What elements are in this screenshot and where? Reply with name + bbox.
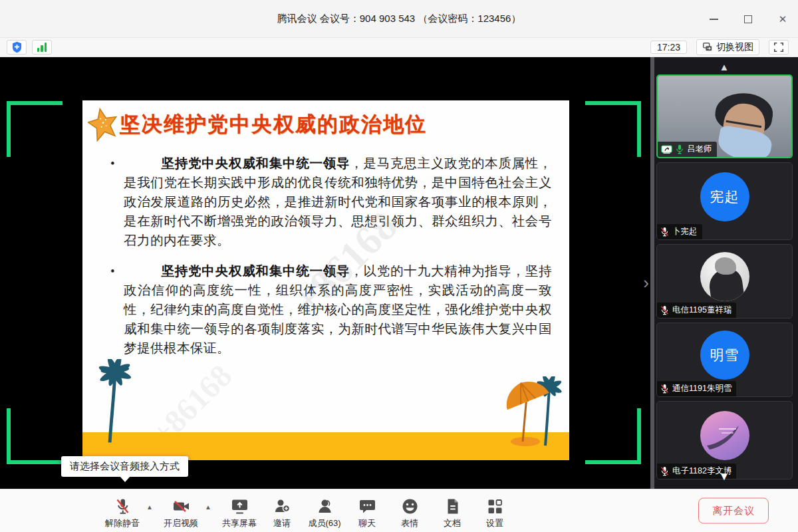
fullscreen-icon (773, 42, 784, 53)
share-border-corner-bottom-right (585, 408, 641, 464)
settings-button[interactable]: 设置 (473, 493, 516, 529)
starfish-icon (88, 107, 118, 142)
unmute-label: 解除静音 (105, 517, 140, 529)
unmute-button[interactable]: 解除静音 (101, 493, 144, 529)
switch-view-button[interactable]: 切换视图 (696, 39, 759, 55)
chat-icon (358, 497, 376, 515)
share-border-corner-top-left (7, 101, 63, 157)
network-signal-icon (37, 43, 47, 52)
documents-label: 文档 (444, 517, 461, 529)
avatar: 明雪 (700, 331, 749, 380)
participant-name: 电信1195董祥瑞 (672, 305, 732, 316)
avatar: 宪起 (700, 172, 749, 221)
window-title: 腾讯会议 会议号：904 903 543 （会议密码：123456） (277, 13, 521, 25)
fullscreen-button[interactable] (769, 40, 789, 55)
share-screen-label: 共享屏幕 (222, 517, 257, 529)
members-label: 成员(63) (308, 517, 340, 529)
participant-name: 通信1191朱明雪 (672, 383, 732, 394)
invite-label: 邀请 (273, 517, 291, 529)
participants-sidebar: ▲ (650, 57, 798, 489)
sidebar-divider (650, 57, 654, 489)
participant-tile[interactable]: 电信1195董祥瑞 (656, 244, 793, 319)
participant-tile[interactable]: 电子1182李文博 (656, 401, 793, 479)
chat-button[interactable]: 聊天 (346, 493, 388, 529)
invite-button[interactable]: 邀请 (261, 493, 303, 529)
titlebar: 腾讯会议 会议号：904 903 543 （会议密码：123456） ✕ (0, 0, 798, 38)
slide-body: 坚持党中央权威和集中统一领导，是马克思主义政党的本质属性，是我们党在长期实践中形… (82, 154, 569, 369)
leave-meeting-button[interactable]: 离开会议 (698, 498, 769, 524)
emoji-label: 表情 (401, 517, 418, 529)
start-video-button[interactable]: 开启视频 (160, 493, 202, 529)
documents-button[interactable]: 文档 (431, 493, 473, 529)
mic-muted-icon (660, 305, 669, 315)
slide-bullet-1: 坚持党中央权威和集中统一领导，是马克思主义政党的本质属性，是我们党在长期实践中形… (124, 154, 552, 250)
chat-label: 聊天 (358, 517, 376, 529)
palm-tree-icon (86, 359, 138, 444)
switch-view-icon (702, 42, 713, 53)
meeting-topbar: 17:23 切换视图 (0, 38, 798, 57)
minimize-button[interactable] (705, 11, 722, 28)
presentation-slide: 坚决维护党中央权威的政治地位 坚持党中央权威和集中统一领导，是马克思主义政党的本… (82, 100, 569, 460)
members-button[interactable]: 成员(63) (303, 493, 346, 529)
share-border-corner-top-right (585, 101, 641, 157)
scroll-up-arrow[interactable]: ▲ (650, 61, 798, 72)
mic-muted-icon (114, 497, 132, 515)
slide-title: 坚决维护党中央权威的政治地位 (120, 110, 427, 138)
camera-off-icon (172, 497, 190, 515)
members-icon (316, 497, 334, 515)
maximize-button[interactable] (739, 11, 757, 28)
beach-umbrella-icon (493, 376, 567, 450)
meeting-health-button[interactable] (7, 40, 27, 55)
participant-tile[interactable]: 明雪 通信1191朱明雪 (656, 323, 793, 397)
emoji-icon (401, 497, 419, 515)
avatar (700, 411, 749, 460)
mic-muted-icon (660, 384, 669, 394)
switch-view-label: 切换视图 (716, 41, 753, 53)
video-options-caret[interactable]: ▲ (202, 493, 214, 511)
settings-label: 设置 (486, 517, 503, 529)
participant-name: 卜宪起 (672, 226, 698, 237)
collapse-sidebar-chevron[interactable]: › (643, 274, 649, 291)
start-video-label: 开启视频 (164, 517, 198, 529)
share-screen-button[interactable]: 共享屏幕 (218, 493, 261, 529)
participant-tile[interactable]: 宪起 卜宪起 (656, 162, 793, 240)
mic-muted-icon (660, 227, 669, 237)
scroll-down-arrow[interactable]: ▼ (650, 470, 798, 483)
shield-health-icon (11, 41, 23, 53)
tencent-meeting-window: 腾讯会议 会议号：904 903 543 （会议密码：123456） ✕ 17:… (0, 0, 798, 532)
invite-icon (273, 497, 291, 515)
network-quality-button[interactable] (32, 40, 52, 55)
mic-on-icon (676, 144, 684, 154)
sharing-indicator-icon (661, 145, 672, 154)
audio-hint-tooltip: 请选择会议音频接入方式 (61, 456, 188, 477)
avatar (700, 252, 749, 301)
emoji-button[interactable]: 表情 (388, 493, 431, 529)
mic-options-caret[interactable]: ▲ (144, 493, 156, 511)
tooltip-tail (120, 476, 130, 482)
shared-screen-stage: › 坚决维护党中央权威的政治地位 坚持党中央权威和集中统一领导，是马克思主义政党… (0, 57, 650, 489)
meeting-timer: 17:23 (650, 41, 687, 54)
close-button[interactable]: ✕ (774, 11, 791, 28)
participant-name: 吕老师 (687, 144, 712, 155)
share-screen-icon (231, 497, 249, 515)
share-border-corner-bottom-left (7, 408, 63, 464)
document-icon (444, 497, 462, 515)
slide-bullet-2: 坚持党中央权威和集中统一领导，以党的十九大精神为指导，坚持政治信仰的高度统一性，… (124, 261, 552, 358)
meeting-toolbar: 解除静音 ▲ 开启视频 ▲ 共享屏幕 (0, 489, 798, 532)
settings-icon (486, 497, 504, 515)
participant-tile-video[interactable]: 吕老师 (656, 74, 793, 158)
